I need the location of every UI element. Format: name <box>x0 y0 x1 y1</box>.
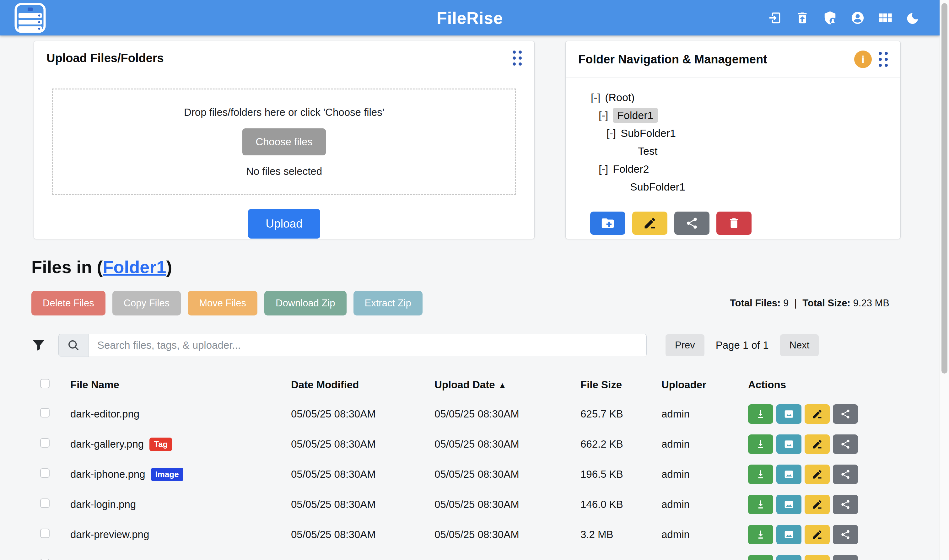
trash-restore-icon <box>795 11 810 25</box>
row-checkbox[interactable] <box>40 498 49 508</box>
share-button[interactable] <box>833 525 858 544</box>
app-logo-button[interactable] <box>14 3 46 33</box>
edit-button[interactable] <box>804 555 830 560</box>
search-icon-box <box>59 334 89 357</box>
upload-date: 05/05/25 08:30AM <box>434 559 580 560</box>
edit-button[interactable] <box>804 434 830 454</box>
download-button[interactable] <box>748 465 773 484</box>
tree-item-folder1[interactable]: [-] Folder1 <box>599 106 900 124</box>
tree-label[interactable]: (Root) <box>605 91 634 104</box>
tree-label[interactable]: SubFolder1 <box>630 181 685 193</box>
download-icon <box>755 468 767 480</box>
uploader: admin <box>661 498 748 511</box>
totals-separator: | <box>794 298 797 309</box>
scrollbar[interactable] <box>940 0 949 560</box>
cards-row: Upload Files/Folders Drop files/folders … <box>0 35 940 239</box>
row-checkbox[interactable] <box>40 408 49 417</box>
next-page-button[interactable]: Next <box>780 334 819 356</box>
download-button[interactable] <box>748 525 773 544</box>
drag-grip-icon[interactable] <box>513 51 522 66</box>
tree-toggle[interactable]: [-] <box>591 91 600 104</box>
top-header: FileRise <box>0 0 940 35</box>
tag-badge: Tag <box>149 438 172 451</box>
download-button[interactable] <box>748 434 773 454</box>
table-row[interactable]: dark-login.png 05/05/25 08:30AM 05/05/25… <box>31 489 889 520</box>
delete-files-button[interactable]: Delete Files <box>31 291 106 315</box>
edit-button[interactable] <box>804 525 830 544</box>
tree-item-subfolder1[interactable]: [-] SubFolder1 <box>606 124 900 142</box>
row-checkbox[interactable] <box>40 529 49 538</box>
drag-grip-icon[interactable] <box>879 52 888 67</box>
tree-item-subfolder1-2[interactable]: SubFolder1 <box>630 178 900 196</box>
share-button[interactable] <box>833 434 858 454</box>
tree-label[interactable]: SubFolder1 <box>621 127 676 139</box>
scrollbar-thumb[interactable] <box>941 3 947 374</box>
admin-panel-button[interactable] <box>823 11 837 25</box>
preview-button[interactable] <box>776 555 801 560</box>
col-upload-date[interactable]: Upload Date▲ <box>434 379 580 391</box>
current-folder-link[interactable]: Folder1 <box>103 257 166 277</box>
table-row[interactable]: dark-gallery.pngTag 05/05/25 08:30AM 05/… <box>31 429 889 459</box>
edit-button[interactable] <box>804 465 830 484</box>
search-input[interactable] <box>89 334 646 357</box>
tree-item-test[interactable]: Test <box>638 142 900 160</box>
download-button[interactable] <box>748 555 773 560</box>
upload-button[interactable]: Upload <box>248 209 320 238</box>
tree-item-root[interactable]: [-] (Root) <box>591 89 900 106</box>
create-folder-button[interactable] <box>590 212 625 235</box>
col-uploader[interactable]: Uploader <box>661 379 748 391</box>
edit-button[interactable] <box>804 495 830 514</box>
preview-button[interactable] <box>776 525 801 544</box>
tree-toggle[interactable]: [-] <box>599 163 608 175</box>
account-button[interactable] <box>851 11 865 25</box>
grid-view-button[interactable] <box>878 11 892 25</box>
trash-restore-button[interactable] <box>795 11 810 25</box>
row-checkbox[interactable] <box>40 438 49 448</box>
row-checkbox[interactable] <box>40 468 49 478</box>
row-checkbox[interactable] <box>40 559 49 560</box>
table-row[interactable]: dark-preview.png 05/05/25 08:30AM 05/05/… <box>31 520 889 550</box>
extract-zip-button[interactable]: Extract Zip <box>354 291 423 315</box>
preview-button[interactable] <box>776 434 801 454</box>
tree-label-selected[interactable]: Folder1 <box>613 108 658 123</box>
tree-label[interactable]: Test <box>638 145 657 157</box>
col-file-name[interactable]: File Name <box>70 379 291 391</box>
edit-button[interactable] <box>804 404 830 424</box>
move-files-button[interactable]: Move Files <box>188 291 257 315</box>
table-row[interactable]: dark-iphone.pngImage 05/05/25 08:30AM 05… <box>31 459 889 489</box>
delete-folder-button[interactable] <box>717 212 752 235</box>
download-button[interactable] <box>748 404 773 424</box>
rename-folder-button[interactable] <box>632 212 668 235</box>
col-date-modified[interactable]: Date Modified <box>291 379 434 391</box>
tree-toggle[interactable]: [-] <box>599 109 608 122</box>
choose-files-button[interactable]: Choose files <box>242 128 326 155</box>
image-badge: Image <box>151 468 183 481</box>
tree-item-folder2[interactable]: [-] Folder2 <box>599 160 900 178</box>
tree-label[interactable]: Folder2 <box>613 163 649 175</box>
login-button[interactable] <box>768 11 782 25</box>
share-button[interactable] <box>833 465 858 484</box>
upload-dropzone[interactable]: Drop files/folders here or click 'Choose… <box>52 89 516 195</box>
col-file-size[interactable]: File Size <box>580 379 661 391</box>
share-folder-button[interactable] <box>674 212 709 235</box>
download-button[interactable] <box>748 495 773 514</box>
dark-mode-toggle[interactable] <box>906 11 920 25</box>
select-all-checkbox[interactable] <box>40 379 49 388</box>
table-row[interactable]: dark-editor.png 05/05/25 08:30AM 05/05/2… <box>31 399 889 429</box>
preview-button[interactable] <box>776 495 801 514</box>
preview-button[interactable] <box>776 465 801 484</box>
tree-toggle[interactable]: [-] <box>606 127 616 139</box>
download-zip-button[interactable]: Download Zip <box>265 291 346 315</box>
share-button[interactable] <box>833 495 858 514</box>
info-icon[interactable]: i <box>854 51 872 68</box>
copy-files-button[interactable]: Copy Files <box>112 291 181 315</box>
preview-button[interactable] <box>776 404 801 424</box>
prev-page-button[interactable]: Prev <box>666 334 704 356</box>
download-icon <box>755 529 767 540</box>
filter-funnel-icon[interactable] <box>31 338 46 352</box>
upload-card-title: Upload Files/Folders <box>46 51 164 65</box>
share-button[interactable] <box>833 555 858 560</box>
header-actions <box>768 0 920 35</box>
share-button[interactable] <box>833 404 858 424</box>
table-row[interactable]: delete-folder.png 05/05/25 08:30AM 05/05… <box>31 550 889 560</box>
